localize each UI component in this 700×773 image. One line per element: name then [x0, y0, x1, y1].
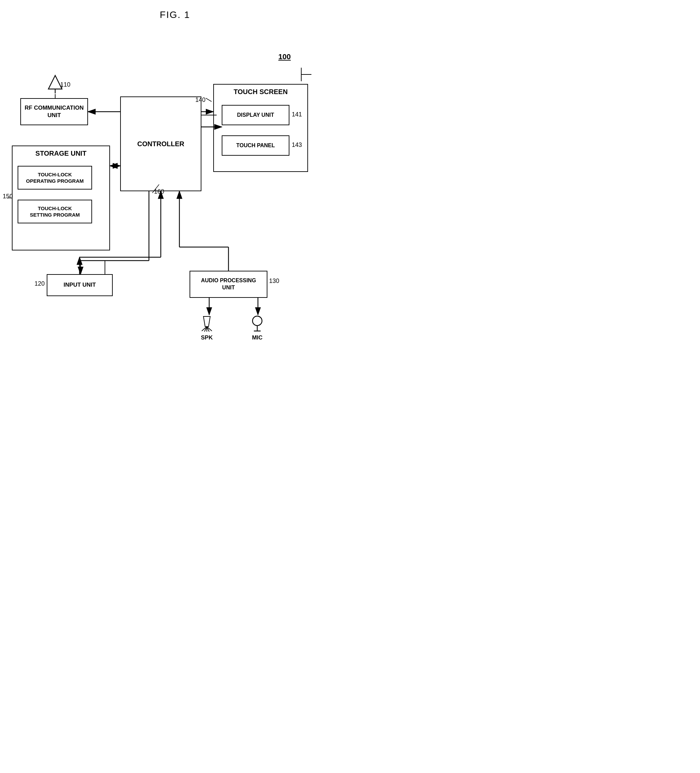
storage-unit-box: STORAGE UNIT — [12, 146, 110, 250]
diagram-container: FIG. 1 100 — [0, 0, 350, 386]
ref-141: 141 — [292, 111, 302, 118]
svg-marker-36 — [203, 316, 210, 327]
input-unit-box: INPUT UNIT — [47, 274, 113, 296]
ref-110: 110 — [60, 81, 71, 88]
ref-100: 100 — [278, 53, 291, 61]
input-unit-label: INPUT UNIT — [64, 281, 96, 289]
rf-comm-box: RF COMMUNICATIONUNIT — [20, 98, 88, 125]
display-unit-label: DISPLAY UNIT — [237, 112, 274, 119]
touch-screen-box: TOUCH SCREEN — [213, 84, 308, 172]
audio-proc-label: AUDIO PROCESSINGUNIT — [201, 277, 256, 291]
storage-unit-label: STORAGE UNIT — [13, 149, 109, 158]
mic-label: MIC — [250, 334, 264, 341]
svg-line-26 — [206, 98, 212, 102]
rf-comm-label: RF COMMUNICATIONUNIT — [25, 104, 84, 119]
svg-point-38 — [252, 316, 262, 326]
ref-143: 143 — [292, 141, 302, 148]
controller-label: CONTROLLER — [137, 140, 184, 148]
tlop-label: TOUCH-LOCKOPERATING PROGRAM — [26, 171, 84, 184]
spk-icon — [198, 315, 215, 332]
touch-screen-label: TOUCH SCREEN — [214, 87, 307, 96]
controller-box: CONTROLLER — [120, 97, 201, 191]
figure-title: FIG. 1 — [160, 10, 190, 20]
display-unit-box: DISPLAY UNIT — [222, 105, 290, 125]
ref-150: 150 — [3, 193, 13, 200]
tlsp-label: TOUCH-LOCKSETTING PROGRAM — [30, 205, 80, 218]
tlsp-box: TOUCH-LOCKSETTING PROGRAM — [18, 200, 92, 224]
tlop-box: TOUCH-LOCKOPERATING PROGRAM — [18, 166, 92, 189]
mic-icon — [250, 315, 264, 332]
touch-panel-box: TOUCH PANEL — [222, 135, 290, 156]
touch-panel-label: TOUCH PANEL — [236, 142, 275, 149]
ref-130: 130 — [269, 278, 279, 285]
spk-label: SPK — [198, 334, 215, 341]
spk-container: SPK — [198, 315, 215, 341]
mic-container: MIC — [250, 315, 264, 341]
ref-120: 120 — [35, 280, 44, 287]
svg-marker-29 — [48, 76, 62, 89]
ref-160: 160 — [154, 188, 164, 195]
audio-proc-box: AUDIO PROCESSINGUNIT — [189, 271, 267, 298]
